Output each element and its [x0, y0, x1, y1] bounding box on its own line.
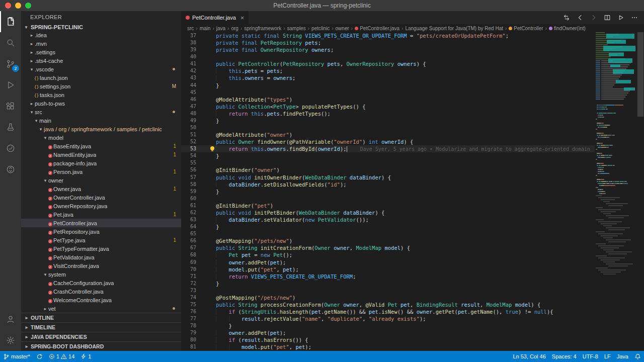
close-tab-icon[interactable]: ×: [240, 14, 245, 22]
code-line-46[interactable]: 46 @ModelAttribute("types"): [181, 96, 595, 103]
code-line-38[interactable]: 38 private final PetRepository pets;: [181, 39, 595, 46]
code-line-48[interactable]: 48 return this.pets.findPetTypes();: [181, 110, 595, 117]
code-line-41[interactable]: 41 public PetController(PetRepository pe…: [181, 60, 595, 67]
code-line-45[interactable]: 45: [181, 89, 595, 96]
tree-file-pettype-java[interactable]: JPetType.java1: [21, 236, 181, 244]
tree-file-package-info-java[interactable]: Jpackage-info.java: [21, 159, 181, 167]
code-line-57[interactable]: 57 public void initOwnerBinder(WebDataBi…: [181, 174, 595, 181]
search-activity-icon[interactable]: [0, 32, 21, 53]
code-line-59[interactable]: 59 }: [181, 188, 595, 195]
code-line-42[interactable]: 42 this.pets = pets;: [181, 67, 595, 74]
code-line-69[interactable]: 69 owner.addPet(pet);: [181, 259, 595, 266]
breadcrumb-item[interactable]: samples: [287, 26, 305, 31]
tree-file-ownercontroller-java[interactable]: JOwnerController.java: [21, 193, 181, 202]
code-line-64[interactable]: 64 }: [181, 223, 595, 230]
tree-folder-src[interactable]: ▾src: [21, 108, 181, 116]
code-line-70[interactable]: 70 model.put("pet", pet);: [181, 266, 595, 273]
breadcrumb-item[interactable]: org: [231, 26, 238, 31]
more-actions-icon[interactable]: [631, 14, 638, 21]
code-line-51[interactable]: 51 @ModelAttribute("owner"): [181, 131, 595, 138]
tree-file-visitcontroller-java[interactable]: JVisitController.java: [21, 261, 181, 270]
tab-petcontroller[interactable]: PetController.java ×: [181, 11, 249, 24]
split-editor-icon[interactable]: [604, 14, 611, 21]
sidebar-section-java-dependencies[interactable]: ▸JAVA DEPENDENCIES: [21, 332, 181, 341]
breadcrumb-item[interactable]: src: [187, 26, 194, 31]
encoding[interactable]: UTF-8: [580, 351, 601, 362]
remote-activity-icon[interactable]: [0, 159, 21, 180]
tree-folder-mvn[interactable]: ▸.mvn: [21, 39, 181, 48]
close-window-button[interactable]: [5, 3, 11, 9]
navigate-forward-icon[interactable]: [590, 14, 597, 21]
tree-folder-java-org-springframework-samples-petclinic[interactable]: ▾java / org / springframework / samples …: [21, 125, 181, 133]
code-line-50[interactable]: 50: [181, 124, 595, 131]
zoom-window-button[interactable]: [25, 3, 31, 9]
tree-file-pettypeformatter-java[interactable]: JPetTypeFormatter.java: [21, 244, 181, 253]
spring-boot-activity-icon[interactable]: [0, 138, 21, 159]
code-line-44[interactable]: 44 }: [181, 82, 595, 89]
tree-file-baseentity-java[interactable]: JBaseEntity.java1: [21, 142, 181, 150]
minimap[interactable]: [595, 32, 637, 351]
code-line-66[interactable]: 66 @GetMapping("/pets/new"): [181, 237, 595, 244]
navigate-back-icon[interactable]: [577, 14, 584, 21]
code-line-52[interactable]: 52 public Owner findOwner(@PathVariable(…: [181, 138, 595, 145]
code-line-61[interactable]: 61 @InitBinder("pet"): [181, 202, 595, 209]
code-line-62[interactable]: 62 public void initPetBinder(WebDataBind…: [181, 209, 595, 216]
minimize-window-button[interactable]: [15, 3, 21, 9]
run-icon[interactable]: [617, 14, 624, 21]
language-mode[interactable]: Java: [614, 351, 631, 362]
tree-file-crashcontroller-java[interactable]: JCrashController.java: [21, 287, 181, 296]
notifications[interactable]: [631, 351, 644, 362]
settings-icon[interactable]: [0, 330, 21, 351]
code-line-76[interactable]: 76 if (StringUtils.hasLength(pet.getName…: [181, 308, 595, 315]
tree-folder-owner[interactable]: ▾owner: [21, 176, 181, 185]
breadcrumb-item[interactable]: springframework: [244, 26, 281, 31]
tree-folder-vscode[interactable]: ▾.vscode: [21, 65, 181, 73]
test-activity-icon[interactable]: [0, 117, 21, 138]
code-line-72[interactable]: 72 }: [181, 280, 595, 287]
scrollbar-thumb[interactable]: [637, 32, 643, 117]
code-line-74[interactable]: 74 @PostMapping("/pets/new"): [181, 294, 595, 301]
code-line-67[interactable]: 67 public String initCreationForm(Owner …: [181, 244, 595, 251]
code-line-47[interactable]: 47 public Collection<PetType> populatePe…: [181, 103, 595, 110]
code-line-68[interactable]: 68 Pet pet = new Pet();: [181, 251, 595, 258]
tree-folder-model[interactable]: ▾model: [21, 133, 181, 142]
breadcrumb-item[interactable]: findOwner(int): [549, 26, 586, 31]
tree-folder-sts4-cache[interactable]: ▸.sts4-cache: [21, 56, 181, 65]
git-branch-indicator[interactable]: master*: [0, 351, 33, 362]
tree-file-namedentity-java[interactable]: JNamedEntity.java1: [21, 150, 181, 159]
tree-file-settings-json[interactable]: {}settings.jsonM: [21, 82, 181, 90]
code-line-79[interactable]: 79 owner.addPet(pet);: [181, 329, 595, 336]
tree-file-ownerrepository-java[interactable]: JOwnerRepository.java: [21, 202, 181, 210]
code-line-75[interactable]: 75 public String processCreationForm(Own…: [181, 301, 595, 308]
code-line-40[interactable]: 40: [181, 53, 595, 60]
source-control-activity-icon[interactable]: 2: [0, 53, 21, 74]
code-line-39[interactable]: 39 private final OwnerRepository owners;: [181, 46, 595, 53]
code-line-60[interactable]: 60: [181, 195, 595, 202]
sidebar-section-timeline[interactable]: ▸TIMELINE: [21, 322, 181, 332]
tree-folder-idea[interactable]: ▸.idea: [21, 31, 181, 39]
breadcrumb-item[interactable]: PetController: [509, 26, 543, 31]
explorer-activity-icon[interactable]: [0, 11, 21, 32]
extensions-activity-icon[interactable]: [0, 96, 21, 117]
code-line-49[interactable]: 49 }: [181, 117, 595, 124]
code-line-77[interactable]: 77 result.rejectValue("name", "duplicate…: [181, 315, 595, 322]
breadcrumb-item[interactable]: main: [200, 26, 211, 31]
eol[interactable]: LF: [601, 351, 614, 362]
tree-file-petvalidator-java[interactable]: JPetValidator.java: [21, 253, 181, 261]
project-section-header[interactable]: ▾ SPRING-PETCLINIC: [21, 23, 181, 31]
sync-indicator[interactable]: [33, 351, 46, 362]
code-line-58[interactable]: 58 dataBinder.setDisallowedFields("id");: [181, 181, 595, 188]
tree-file-welcomecontroller-java[interactable]: JWelcomeController.java: [21, 296, 181, 304]
code-line-65[interactable]: 65: [181, 230, 595, 237]
tree-file-petrepository-java[interactable]: JPetRepository.java: [21, 227, 181, 236]
code-line-53[interactable]: 53 return this.owners.findById(ownerId);…: [181, 145, 595, 152]
breadcrumb-item[interactable]: Language Support for Java(TM) by Red Hat: [405, 26, 503, 31]
code-line-54[interactable]: 54 }: [181, 152, 595, 159]
tree-file-person-java[interactable]: JPerson.java1: [21, 167, 181, 176]
tree-file-launch-json[interactable]: {}launch.json: [21, 73, 181, 82]
code-line-73[interactable]: 73: [181, 287, 595, 294]
code-line-71[interactable]: 71 return VIEWS_PETS_CREATE_OR_UPDATE_FO…: [181, 273, 595, 280]
tree-folder-main[interactable]: ▾main: [21, 116, 181, 125]
code-line-80[interactable]: 80 if (result.hasErrors()) {: [181, 336, 595, 343]
tree-folder-vet[interactable]: ▸vet: [21, 304, 181, 313]
